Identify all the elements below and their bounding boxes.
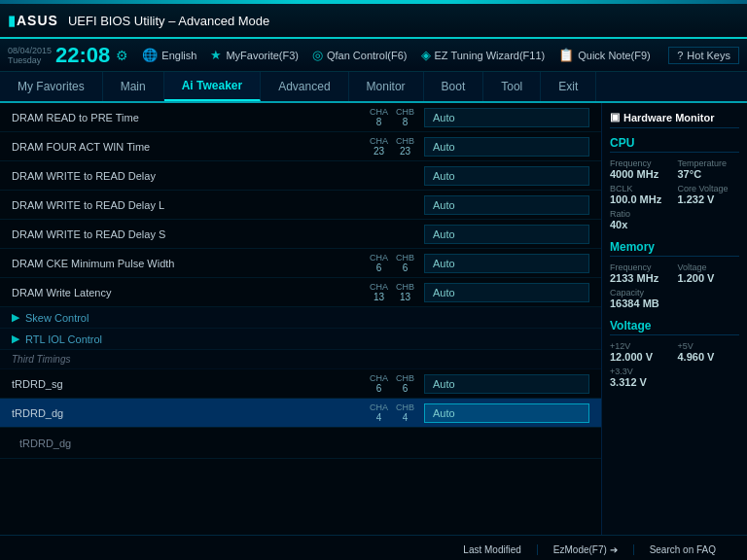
toolbar: 08/04/2015 Tuesday 22:08 ⚙ 🌐 English ★ M… [0,39,747,72]
hw-voltage-title: Voltage [610,319,739,335]
tab-my-favorites[interactable]: My Favorites [0,72,103,101]
tab-ai-tweaker[interactable]: Ai Tweaker [164,72,261,101]
chb-col-0: CHB 8 [396,107,414,127]
date-group: 08/04/2015 Tuesday [8,46,52,65]
favorite-icon: ★ [210,48,222,62]
row-dram-cke[interactable]: DRAM CKE Minimum Pulse Width CHA 6 CHB 6… [0,249,601,278]
arrow-icon-rtl: ▶ [12,332,19,345]
settings-icon[interactable]: ⚙ [116,48,128,63]
hw-volt-33v: +3.3V 3.312 V [610,367,739,388]
cha-col-1: CHA 23 [370,136,388,157]
row-trdrd-dg[interactable]: tRDRD_dg CHA 4 CHB 4 Auto [0,399,601,428]
cha-col-10: CHA 6 [370,373,388,394]
hw-cpu-ratio: Ratio 40x [610,209,739,230]
hw-monitor-title: ▣ Hardware Monitor [610,111,739,128]
row-dram-write-read[interactable]: DRAM WRITE to READ Delay Auto [0,161,601,191]
tab-monitor[interactable]: Monitor [349,72,424,101]
hw-voltage-grid: +12V 12.000 V +5V 4.960 V +3.3V 3.312 V [610,341,739,388]
language-label: English [161,50,196,61]
section-skew-control[interactable]: ▶ Skew Control [0,307,601,329]
tab-advanced[interactable]: Advanced [261,72,348,101]
val-trdrd-sg[interactable]: Auto [424,374,589,394]
toolbar-qfan[interactable]: ◎ Qfan Control(F6) [312,48,408,62]
row-label-dram-cke: DRAM CKE Minimum Pulse Width [12,258,370,269]
footer: Last Modified EzMode(F7) ➔ Search on FAQ [0,535,747,560]
cha-chb-dram-read-pre: CHA 8 CHB 8 [370,107,414,127]
hw-cpu-grid: Frequency 4000 MHz Temperature 37°C BCLK… [610,158,739,230]
val-dram-write-latency[interactable]: Auto [424,283,589,302]
row-dram-write-read-l[interactable]: DRAM WRITE to READ Delay L Auto [0,191,601,220]
tab-tool[interactable]: Tool [483,72,541,101]
tab-main[interactable]: Main [103,72,164,101]
row-label-dram-read-pre: DRAM READ to PRE Time [12,112,370,123]
hw-cpu-frequency: Frequency 4000 MHz [610,158,672,180]
val-trdrd-dg[interactable]: Auto [424,403,589,423]
row-dram-four-act[interactable]: DRAM FOUR ACT WIN Time CHA 23 CHB 23 Aut… [0,132,601,161]
language-icon: 🌐 [142,48,158,62]
content-area[interactable]: DRAM READ to PRE Time CHA 8 CHB 8 Auto D… [0,103,601,535]
footer-ezmode[interactable]: EzMode(F7) ➔ [537,544,633,555]
quicknote-label: Quick Note(F9) [578,50,651,61]
val-dram-write-read-s[interactable]: Auto [424,225,589,244]
toolbar-myfavorite[interactable]: ★ MyFavorite(F3) [210,48,299,62]
toolbar-language[interactable]: 🌐 English [142,48,196,62]
row-label-dram-four-act: DRAM FOUR ACT WIN Time [12,141,370,153]
hotkeys-button[interactable]: ? Hot Keys [668,47,739,64]
cha-chb-11: CHA 4 CHB 4 [370,402,414,423]
toolbar-eztuning[interactable]: ◈ EZ Tuning Wizard(F11) [421,48,546,62]
hw-cpu-core-voltage: Core Voltage 1.232 V [678,184,740,205]
time-display: 22:08 [55,43,110,68]
val-dram-write-read[interactable]: Auto [424,166,589,186]
main-layout: DRAM READ to PRE Time CHA 8 CHB 8 Auto D… [0,103,747,535]
row-label-dram-write-read-l: DRAM WRITE to READ Delay L [12,199,424,211]
section-rtl-iol[interactable]: ▶ RTL IOL Control [0,329,601,350]
hw-monitor-icon: ▣ [610,111,620,123]
cha-chb-5: CHA 6 CHB 6 [370,253,414,273]
header: ▮ASUS UEFI BIOS Utility – Advanced Mode [0,4,747,39]
eztuning-label: EZ Tuning Wizard(F11) [435,50,546,61]
row-label-dram-write-latency: DRAM Write Latency [12,287,370,298]
hw-cpu-title: CPU [610,136,739,153]
val-dram-cke[interactable]: Auto [424,254,589,273]
hw-cpu-temperature: Temperature 37°C [678,158,740,180]
quicknote-icon: 📋 [558,48,574,62]
hotkeys-icon: ? [677,50,683,61]
row-dram-write-read-s[interactable]: DRAM WRITE to READ Delay S Auto [0,220,601,249]
row-trdrd-sg[interactable]: tRDRD_sg CHA 6 CHB 6 Auto [0,369,601,399]
date-display: 08/04/2015 [8,46,52,55]
tab-boot[interactable]: Boot [424,72,484,101]
arrow-icon: ▶ [12,311,19,324]
row-dram-read-pre[interactable]: DRAM READ to PRE Time CHA 8 CHB 8 Auto [0,103,601,132]
tab-exit[interactable]: Exit [541,72,596,101]
chb-col-5: CHB 6 [396,253,414,273]
cha-col-5: CHA 6 [370,253,388,273]
footer-last-modified[interactable]: Last Modified [447,544,536,555]
chb-col-10: CHB 6 [396,373,414,394]
hw-mem-frequency: Frequency 2133 MHz [610,262,672,284]
chb-col-1: CHB 23 [396,136,414,157]
footer-search-faq[interactable]: Search on FAQ [633,544,731,555]
toolbar-quicknote[interactable]: 📋 Quick Note(F9) [558,48,651,62]
info-label-trdrd-dg: tRDRD_dg [19,438,582,449]
val-dram-read-pre[interactable]: Auto [424,108,589,127]
hotkeys-label: Hot Keys [687,50,730,61]
cha-chb-6: CHA 13 CHB 13 [370,282,414,302]
val-dram-four-act[interactable]: Auto [424,137,589,157]
bios-title: UEFI BIOS Utility – Advanced Mode [68,14,269,28]
val-dram-write-read-l[interactable]: Auto [424,195,589,215]
asus-logo: ▮ASUS [8,13,58,28]
chb-col-6: CHB 13 [396,282,414,302]
subsection-third-timings: Third Timings [0,350,601,369]
nav-tabs: My Favorites Main Ai Tweaker Advanced Mo… [0,72,747,103]
hw-volt-5v: +5V 4.960 V [678,341,740,363]
chb-col-11: CHB 4 [396,402,414,423]
hw-section-cpu: CPU Frequency 4000 MHz Temperature 37°C … [610,136,739,230]
eztuning-icon: ◈ [421,48,431,62]
footer-items: Last Modified EzMode(F7) ➔ Search on FAQ [447,544,731,555]
row-dram-write-latency[interactable]: DRAM Write Latency CHA 13 CHB 13 Auto [0,278,601,307]
row-label-trdrd-sg: tRDRD_sg [12,378,370,390]
row-label-dram-write-read: DRAM WRITE to READ Delay [12,170,424,182]
day-display: Tuesday [8,55,52,65]
hw-section-memory: Memory Frequency 2133 MHz Voltage 1.200 … [610,240,739,309]
qfan-icon: ◎ [312,48,323,62]
